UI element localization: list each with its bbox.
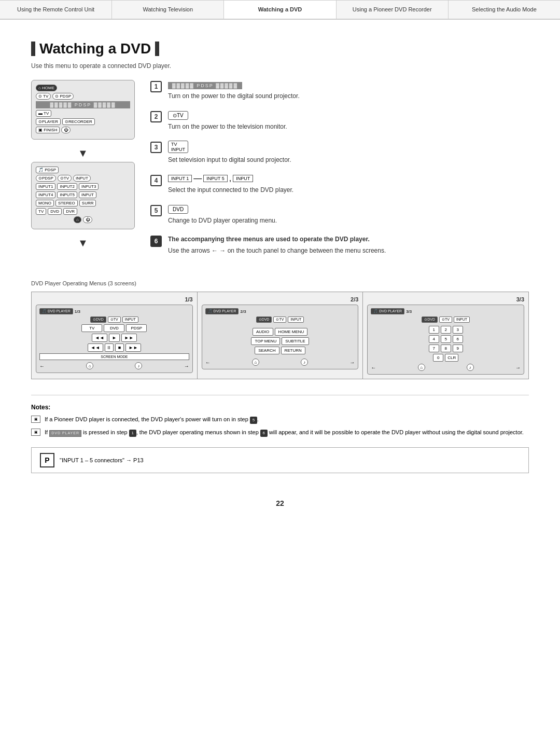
nav-item-audio-mode[interactable]: Selecting the Audio Mode [449, 1, 560, 19]
step-6: 6 The accompanying three menus are used … [150, 235, 529, 255]
step-num-2: 2 [150, 111, 162, 122]
title-bar-right [155, 42, 159, 56]
note-text-1: If a Pioneer DVD player is connected, th… [45, 415, 259, 424]
note-item-2: ▣ If DVD PLAYER is pressed in step 1, th… [31, 428, 529, 437]
remote-pdsp-btn: ⊙ PDSP [52, 93, 74, 100]
step-6-content: The accompanying three menus are used to… [168, 235, 529, 255]
dvd-player-inline-icon: DVD PLAYER [49, 430, 81, 437]
dvd-btn-input-3: INPUT [454, 316, 470, 323]
remote-pdsp-label: 🎵 PDSP [36, 167, 59, 173]
dvd-player-label-1: 🎵 DVD PLAYER [39, 308, 73, 314]
dvd-play-btn: ► [109, 334, 120, 342]
dvd-btn-tv: ⊙TV [108, 316, 121, 323]
dvd-player-label-2: 🎵 DVD PLAYER [205, 308, 239, 314]
dvd-pdsp-btn: PDSP [126, 324, 147, 332]
page-subtitle: Use this menu to operate a connected DVD… [31, 62, 529, 70]
note-item-1: ▣ If a Pioneer DVD player is connected, … [31, 415, 529, 424]
remote-player-btn: ⊙PLAYER [36, 118, 61, 125]
dvd-footer-3: ← ⌂ ♪ → [371, 364, 521, 371]
dvd-num-3: 3 [453, 326, 463, 334]
dvd-screen-inner-1: 🎵 DVD PLAYER 1/3 ⊙DVD ⊙TV INPUT TV DVD P… [36, 305, 193, 373]
step-4-content: INPUT 1 — INPUT 5 , INPUT Select the inp… [168, 174, 529, 195]
step-6-text-normal: Use the arrows ← → on the touch panel to… [168, 246, 529, 255]
notes-title: Notes: [31, 404, 529, 411]
dvd-row-2-1: ⊙DVD ⊙TV INPUT [205, 316, 355, 323]
dvd-tv-btn: TV [81, 324, 102, 332]
dvd-search-btn: SEARCH [255, 347, 279, 354]
input5-box: INPUT 5 [203, 175, 227, 182]
dvd-num-6: 6 [453, 335, 463, 343]
dvd-btn-input-2: INPUT [288, 316, 304, 323]
dvd-pagenum-2: 2/3 [240, 309, 246, 314]
dvd-audio-btn: AUDIO [253, 328, 273, 336]
input-icons-row: INPUT 1 — INPUT 5 , INPUT [168, 174, 529, 183]
nav-item-watching-tv[interactable]: Watching Television [112, 1, 224, 19]
screen-label-1: 1/3 [36, 296, 193, 302]
dvd-num-7: 7 [429, 345, 439, 352]
dvd-header-left-1: 🎵 DVD PLAYER 1/3 [39, 308, 80, 314]
step-4: 4 INPUT 1 — INPUT 5 , INPUT Select the i… [150, 174, 529, 195]
remote-power-btn: ⏻ [61, 127, 71, 133]
comma-sep: , [229, 174, 231, 183]
input-box: INPUT [233, 175, 253, 182]
remote-tv-icon: ▬ TV [36, 110, 51, 117]
dvd-screen-1: 1/3 🎵 DVD PLAYER 1/3 ⊙DVD ⊙TV INPUT TV D… [32, 292, 198, 379]
dvd-num-0: 0 [433, 354, 443, 362]
dvd-num-8: 8 [441, 345, 451, 352]
dvd-btn-oval-player-2: ⊙DVD [256, 316, 272, 323]
dvd-num-4: 4 [429, 335, 439, 343]
dvd-footer-2: ← ⌂ ♪ → [205, 359, 355, 366]
dvd-footer-1: ← ⌂ ♪ → [39, 362, 189, 369]
pdsp-power-icon: ▓▓▓▓▓ PDSP ▓▓▓▓▓ [168, 82, 242, 89]
dvd-row-2-4: SEARCH RETURN [205, 347, 355, 354]
screen-label-2: 2/3 [202, 296, 359, 302]
dvd-home-1: ⌂ [86, 362, 93, 369]
dvd-rw-btn: ◄◄ [92, 334, 107, 342]
dvd-stop-btn: ■ [115, 343, 124, 352]
dvd-arrow-left-2: ← [205, 360, 211, 365]
dvd-screen-3: 3/3 🎵 DVD PLAYER 3/3 ⊙DVD ⊙TV INPUT 1 2 … [363, 292, 528, 379]
step-1: 1 ▓▓▓▓▓ PDSP ▓▓▓▓▓ Turn on the power to … [150, 80, 529, 101]
remote-home-small: ⌂ [74, 216, 81, 223]
dvd-row-3-2: 1 2 3 [371, 326, 521, 334]
dvd-btn-oval-player: ⊙DVD [90, 316, 106, 323]
dvd-row-3-4: 7 8 9 [371, 345, 521, 352]
step-num-3: 3 [150, 142, 162, 153]
dvd-ff-btn: ►► [121, 334, 137, 342]
dvd-arrow-left-3: ← [371, 365, 376, 370]
dvd-row-1-4: ◄◄ II ■ ►► [39, 343, 189, 352]
remote-input1: INPUT1 [36, 183, 55, 190]
nav-item-remote[interactable]: Using the Remote Control Unit [0, 1, 112, 19]
page-title: Watching a DVD [39, 40, 151, 57]
remote-dvr-mode: DVR [63, 208, 77, 215]
remote-home-btn: ⌂ HOME [36, 85, 57, 91]
dvd-header-left-3: 🎵 DVD PLAYER 3/3 [371, 308, 412, 314]
dvd-screen-2: 2/3 🎵 DVD PLAYER 2/3 ⊙DVD ⊙TV INPUT AUDI… [198, 292, 363, 379]
remote-home-screen: ⌂ HOME ⊙ TV ⊙ PDSP ▓▓▓▓▓ PDSP ▓▓▓▓▓ ▬ TV… [31, 80, 135, 140]
arrow-down-1: ▼ [31, 147, 135, 159]
ref-icon: P [40, 453, 54, 467]
dvd-header-1: 🎵 DVD PLAYER 1/3 [39, 308, 189, 314]
ref-text: "INPUT 1 – 5 connectors" → P13 [60, 457, 144, 463]
left-panel: ⌂ HOME ⊙ TV ⊙ PDSP ▓▓▓▓▓ PDSP ▓▓▓▓▓ ▬ TV… [31, 80, 135, 265]
step-num-5: 5 [150, 205, 162, 216]
remote-tv-oval: ⊙TV [58, 175, 72, 182]
remote-power-small: ⏻ [83, 216, 92, 223]
arrow-down-2: ▼ [31, 237, 135, 249]
dvd-btn-input: INPUT [122, 316, 138, 323]
remote-input2: INPUT2 [57, 183, 77, 190]
step-icon-1: 1 [129, 430, 136, 437]
steps-layout: ⌂ HOME ⊙ TV ⊙ PDSP ▓▓▓▓▓ PDSP ▓▓▓▓▓ ▬ TV… [31, 80, 529, 265]
dvd-header-2: 🎵 DVD PLAYER 2/3 [205, 308, 355, 314]
dvd-music-1: ♪ [135, 362, 142, 369]
dvd-dvd-btn: DVD [104, 324, 124, 332]
step-1-text: Turn on the power to the digital sound p… [168, 91, 529, 101]
input1-box: INPUT 1 [168, 175, 192, 182]
step-3-content: TVINPUT Set television input to digital … [168, 141, 529, 164]
dvd-player-label-3: 🎵 DVD PLAYER [371, 308, 404, 314]
nav-item-pioneer-dvd[interactable]: Using a Pioneer DVD Recorder [337, 1, 449, 19]
dvd-next-btn: ►► [125, 343, 141, 352]
note-text-2: If DVD PLAYER is pressed in step 1, the … [45, 428, 524, 437]
dvd-screen-mode-btn: SCREEN MODE [39, 353, 189, 360]
nav-item-watching-dvd[interactable]: Watching a DVD [224, 1, 336, 19]
